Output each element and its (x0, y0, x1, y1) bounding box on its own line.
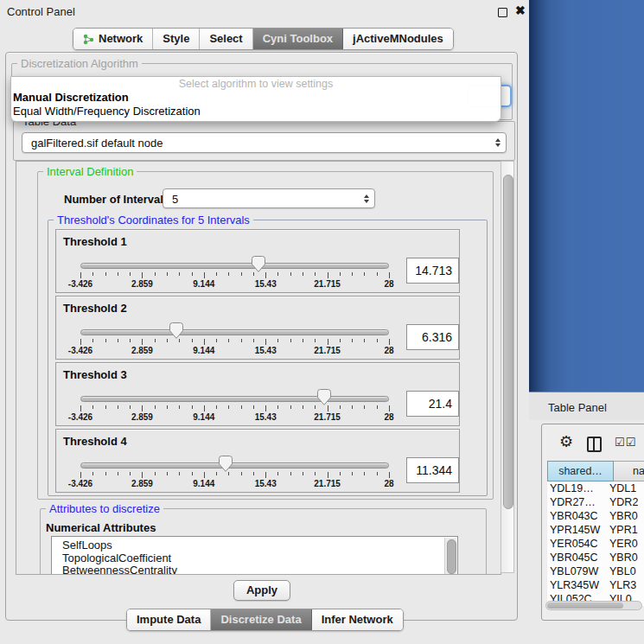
slider-tick (204, 405, 205, 411)
combobox-value: 5 (172, 189, 178, 209)
column-header-name[interactable]: na (614, 461, 644, 481)
slider-tick-label: 15.43 (255, 479, 277, 488)
slider-tick-label: -3.426 (68, 479, 92, 488)
tab-impute-data[interactable]: Impute Data (127, 609, 211, 630)
interval-definition-group: Interval Definition Number of Intervals … (37, 171, 494, 500)
tab-network[interactable]: Network (73, 29, 153, 49)
scrollbar-thumb[interactable] (547, 603, 623, 609)
table-cell[interactable]: YDL1 (607, 481, 636, 495)
threshold-slider-thumb[interactable] (317, 389, 331, 405)
table-row[interactable]: YDL19…YDL1 (547, 481, 644, 495)
slider-tick (303, 272, 303, 276)
table-row[interactable]: YBR045CYBR0 (547, 551, 644, 564)
table-cell[interactable]: YBL079W (547, 564, 607, 578)
numerical-attributes-list[interactable]: SelfLoopsTopologicalCoefficientBetweenne… (51, 536, 458, 575)
table-data-combobox[interactable]: galFiltered.sif default node (22, 132, 507, 153)
table-row[interactable]: YBL079WYBL0 (547, 564, 644, 578)
list-item[interactable]: TopologicalCoefficient (52, 552, 457, 565)
slider-tick (352, 339, 353, 342)
threshold-slider-track[interactable] (80, 396, 389, 402)
table-cell[interactable]: YBR045C (547, 551, 607, 564)
list-item[interactable]: SelfLoops (52, 539, 457, 552)
table-cell[interactable]: YER0 (607, 537, 638, 551)
dropdown-option-equal-width[interactable]: Equal Width/Frequency Discretization (11, 105, 501, 118)
table-cell[interactable]: YER054C (547, 537, 607, 551)
threshold-slider-track[interactable] (80, 462, 389, 469)
table-cell[interactable]: YDR27… (547, 495, 607, 509)
threshold-slider-track[interactable] (80, 263, 389, 269)
float-panel-icon[interactable] (498, 8, 507, 17)
slider-tick (377, 472, 378, 475)
dropdown-option-manual[interactable]: Manual Discretization (11, 91, 501, 105)
table-horizontal-scrollbar[interactable] (545, 601, 642, 610)
tab-select[interactable]: Select (200, 29, 252, 49)
slider-tick-label: 15.43 (255, 346, 277, 355)
close-panel-icon[interactable]: ✖ (515, 3, 526, 17)
combobox-stepper-icon (364, 194, 369, 203)
table-cell[interactable]: YDL19… (547, 481, 607, 495)
tab-label: Style (163, 29, 189, 49)
slider-tick (92, 472, 93, 475)
table-cell[interactable]: YPR1 (607, 523, 638, 537)
tab-label: Cyni Toolbox (263, 29, 333, 49)
settings-scrollbar[interactable] (501, 161, 514, 573)
table-cell[interactable]: YBR0 (607, 509, 638, 523)
slider-tick (364, 339, 365, 342)
gear-icon[interactable]: ⚙ (559, 432, 573, 451)
slider-tick-label: 28 (384, 479, 393, 488)
slider-tick-label: 2.859 (131, 412, 153, 422)
table-row[interactable]: YLR345WYLR3 (547, 578, 644, 592)
group-title: Threshold's Coordinates for 5 Intervals (54, 214, 253, 226)
table-row[interactable]: YER054CYER0 (547, 537, 644, 551)
slider-tick (118, 272, 118, 276)
slider-tick (277, 339, 278, 342)
slider-tick (277, 405, 278, 409)
slider-tick-labels: -3.4262.8599.14415.4321.71528 (80, 412, 389, 423)
slider-tick-label: 15.43 (255, 412, 277, 422)
slider-tick (167, 272, 168, 276)
column-header-shared[interactable]: shared… (547, 461, 614, 481)
slider-tick (228, 405, 229, 409)
tab-label: Impute Data (137, 609, 201, 630)
slider-ticks (80, 339, 389, 346)
checkbox-icons[interactable]: ☑☑ (615, 436, 636, 449)
threshold-value-field[interactable]: 21.4 (406, 391, 459, 417)
threshold-value-field[interactable]: 11.344 (406, 457, 459, 483)
list-scrollbar[interactable] (444, 538, 456, 575)
slider-tick (142, 405, 143, 411)
tab-cyni-toolbox[interactable]: Cyni Toolbox (253, 29, 343, 49)
number-of-intervals-combobox[interactable]: 5 (163, 188, 375, 208)
apply-button[interactable]: Apply (233, 580, 290, 601)
table-cell[interactable]: YPR145W (547, 523, 607, 537)
tab-label: Network (99, 29, 143, 49)
split-columns-icon[interactable] (587, 437, 602, 452)
table-cell[interactable]: YBL0 (607, 564, 636, 578)
slider-ticks (80, 272, 389, 279)
table-cell[interactable]: YBR043C (547, 509, 607, 523)
threshold-value-field[interactable]: 14.713 (406, 258, 459, 284)
threshold-slider-track[interactable] (80, 329, 389, 335)
threshold-slider-thumb[interactable] (252, 256, 265, 272)
table-row[interactable]: YBR043CYBR0 (547, 509, 644, 523)
threshold-value-field[interactable]: 6.316 (406, 324, 459, 350)
threshold-slider-thumb[interactable] (169, 322, 183, 339)
table-cell[interactable]: YDR2 (607, 495, 638, 509)
threshold-slider-thumb[interactable] (219, 456, 233, 472)
tab-jactivemnodules[interactable]: jActiveMNodules (343, 29, 453, 49)
table-row[interactable]: YPR145WYPR1 (547, 523, 644, 537)
table-row[interactable]: YDR27…YDR2 (547, 495, 644, 509)
list-item[interactable]: BetweennessCentrality (52, 564, 457, 575)
table-cell[interactable]: YLR345W (547, 578, 607, 592)
tab-style[interactable]: Style (153, 29, 200, 49)
slider-tick (167, 339, 168, 342)
table-cell[interactable]: YBR0 (607, 551, 638, 564)
table-cell[interactable]: YLR3 (607, 578, 636, 592)
slider-tick (92, 339, 93, 342)
slider-tick (192, 472, 193, 475)
tab-infer-network[interactable]: Infer Network (312, 609, 403, 630)
slider-tick (253, 272, 254, 276)
slider-tick (118, 472, 118, 475)
scrollbar-thumb[interactable] (503, 175, 513, 509)
slider-tick (340, 472, 341, 475)
tab-discretize-data[interactable]: Discretize Data (211, 609, 311, 630)
